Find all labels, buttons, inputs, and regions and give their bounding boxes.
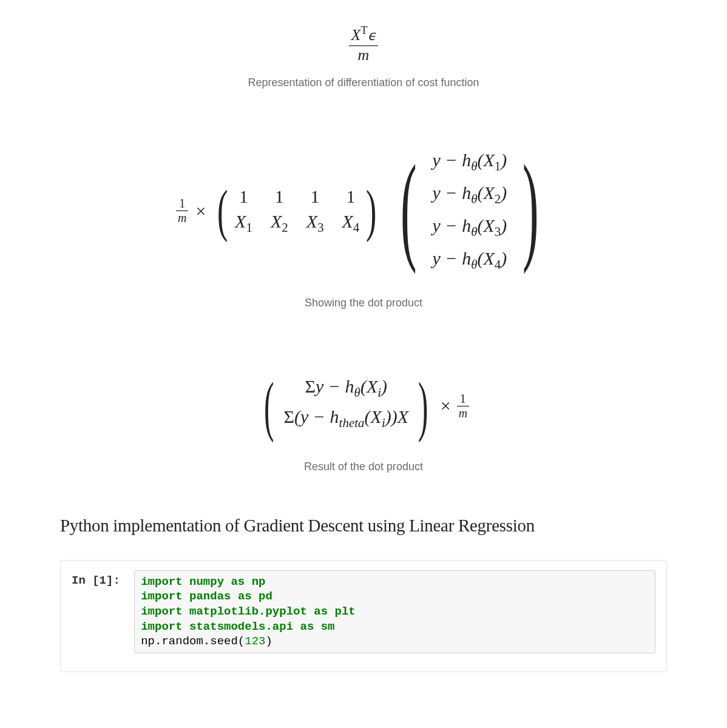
vec-r3: y − hθ(X3) xyxy=(433,215,507,240)
f1-den: m xyxy=(349,46,377,64)
code-line-3: import matplotlib.pyplot as plt xyxy=(141,604,649,619)
code-line-4: import statsmodels.api as sm xyxy=(141,619,649,635)
f1-sup: T xyxy=(360,24,367,36)
vec-r1: y − hθ(X1) xyxy=(433,150,507,174)
f1-eps: ϵ xyxy=(368,28,376,43)
code-line-1: import numpy as np xyxy=(141,575,649,590)
f3-r1: Σy − hθ(Xi) xyxy=(284,376,409,400)
vec-r2: y − hθ(X2) xyxy=(433,183,507,207)
f2-times: × xyxy=(195,201,206,221)
code-line-2: import pandas as pd xyxy=(141,589,649,604)
f3-fnum: 1 xyxy=(457,392,469,406)
section-heading: Python implementation of Gradient Descen… xyxy=(60,516,667,536)
f3-fden: m xyxy=(457,406,469,420)
m-r1c4: 1 xyxy=(342,186,360,207)
f2-fnum: 1 xyxy=(176,197,188,211)
f2-fden: m xyxy=(176,211,188,225)
code-cell-outer: In [1]: import numpy as np import pandas… xyxy=(60,560,667,672)
caption-2: Showing the dot product xyxy=(60,297,667,309)
m-r1c3: 1 xyxy=(306,186,324,207)
f3-times: × xyxy=(441,396,451,416)
f1-x: X xyxy=(351,26,360,44)
formula-dot-result: ( Σy − hθ(Xi) Σ(y − htheta(Xi))X ) × 1 m xyxy=(60,352,667,448)
code-prompt: In [1]: xyxy=(72,570,127,587)
caption-3: Result of the dot product xyxy=(60,460,667,473)
formula-dot-product: 1 m × ( 1 1 1 1 X1 X2 X3 X4 ) ( xyxy=(60,132,667,285)
f3-r2: Σ(y − htheta(Xi))X xyxy=(284,406,409,431)
code-inner[interactable]: import numpy as np import pandas as pd i… xyxy=(134,570,655,653)
m-r1c1: 1 xyxy=(235,186,252,207)
m-r2c2: X2 xyxy=(271,211,288,235)
m-r2c1: X1 xyxy=(235,211,252,235)
formula-cost-derivative: XTϵ m xyxy=(60,24,667,64)
vec-r4: y − hθ(X4) xyxy=(433,248,507,272)
code-line-5: np.random.seed(123) xyxy=(141,634,649,649)
m-r2c3: X3 xyxy=(306,211,324,235)
caption-1: Representation of differentiation of cos… xyxy=(60,76,667,89)
m-r2c4: X4 xyxy=(342,211,360,235)
m-r1c2: 1 xyxy=(271,186,288,207)
